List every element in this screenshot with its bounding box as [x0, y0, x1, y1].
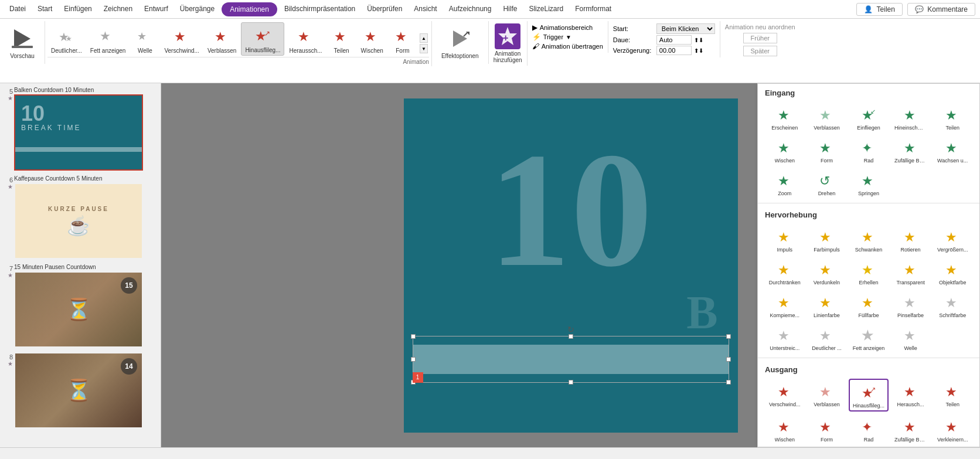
- anim-wischen-out[interactable]: ★ Wischen: [765, 414, 805, 444]
- ribbon-anim-hinausfliegen[interactable]: ★↗ Hinausflileg...: [241, 22, 284, 56]
- effektoptionen-button[interactable]: Effektoptionen: [437, 23, 484, 62]
- verzoegerung-spinner[interactable]: ⬆⬇: [694, 47, 703, 54]
- rotate-handle[interactable]: ↻: [567, 325, 574, 334]
- anim-springen-in[interactable]: ★ Springen: [849, 168, 889, 198]
- ribbon-anim-verschwind[interactable]: ★ Verschwind...: [161, 23, 202, 56]
- scroll-up-btn[interactable]: ▲: [420, 33, 428, 43]
- menu-animationen[interactable]: Animationen: [222, 2, 277, 16]
- anim-wischen-in[interactable]: ★ Wischen: [765, 135, 805, 165]
- anim-springen-out[interactable]: ★ Springen: [849, 447, 889, 447]
- slide-5-thumb[interactable]: 10 BREAK TIME: [14, 94, 143, 171]
- anim-zoom-in[interactable]: ★ Zoom: [765, 168, 805, 198]
- handle-bm[interactable]: [569, 380, 573, 385]
- anim-drehen-out[interactable]: ↺ Drehen: [807, 447, 847, 447]
- anim-fuellfarbe[interactable]: ★ Füllfarbe: [849, 290, 889, 320]
- verzoegerung-input[interactable]: [656, 46, 692, 55]
- menu-bildschirm[interactable]: Bildschirmpräsentation: [280, 2, 360, 16]
- scroll-down-btn[interactable]: ▼: [420, 44, 428, 53]
- slide-6-item[interactable]: 6 ★ Kaffepause Countdown 5 Minuten KURZE…: [2, 174, 158, 260]
- anim-schwanken[interactable]: ★ Schwanken: [849, 224, 889, 254]
- anim-zufaellige-out[interactable]: ★ Zufällige Ba...: [891, 414, 931, 444]
- anim-uebertragen-label[interactable]: Animation übertragen: [542, 43, 603, 50]
- teilen-button[interactable]: 👤 Teilen: [856, 3, 902, 16]
- menu-entwurf[interactable]: Entwurf: [139, 2, 173, 16]
- anim-hinausfliegen-out[interactable]: ★↗ Hinausflileg...: [849, 379, 889, 412]
- slide-5-item[interactable]: 5 ★ Balken Countdown 10 Minuten 10 BREAK…: [2, 86, 158, 172]
- anim-form-in[interactable]: ★ Form: [807, 135, 847, 165]
- menu-hilfe[interactable]: Hilfe: [498, 2, 522, 16]
- anim-zoom-out[interactable]: ★ Zoom: [765, 447, 805, 447]
- start-select[interactable]: Beim Klicken: [656, 23, 715, 34]
- vorschau-button[interactable]: Vorschau: [5, 23, 40, 62]
- anim-heraussch-out[interactable]: ★ Herausch...: [891, 379, 931, 412]
- slide-6-thumb[interactable]: KURZE PAUSE ☕: [14, 183, 143, 259]
- anim-zufaellige-in[interactable]: ★ Zufällige Ba...: [891, 135, 931, 165]
- menu-zeichnen[interactable]: Zeichnen: [99, 2, 137, 16]
- ribbon-anim-wischen[interactable]: ★ Wischen: [358, 23, 387, 56]
- slide-7-thumb[interactable]: 15 ⏳: [14, 271, 143, 348]
- animationsbereich-label[interactable]: Animationsbereich: [540, 24, 593, 31]
- anim-durchtranken[interactable]: ★ Durchtränken: [765, 257, 805, 287]
- menu-formformat[interactable]: Formformat: [570, 2, 616, 16]
- ribbon-anim-verblassen[interactable]: ★ Verblassen: [204, 23, 240, 56]
- slide-8-thumb[interactable]: 14 ⏳: [14, 352, 143, 429]
- handle-tl[interactable]: [411, 334, 416, 339]
- anim-verblassen-out[interactable]: ★ Verblassen: [807, 379, 847, 412]
- ribbon-anim-form[interactable]: ★ Form: [388, 23, 417, 56]
- anim-vergroessern[interactable]: ★ Vergrößern...: [933, 224, 972, 254]
- slide-7-item[interactable]: 7 ★ 15 Minuten Pausen Countdown 15 ⏳: [2, 263, 158, 349]
- anim-objektfarbe[interactable]: ★ Objektfarbe: [933, 257, 972, 287]
- ribbon-anim-deutlicher[interactable]: ★★ Deutlicher...: [47, 23, 86, 56]
- menu-ueberpruefen[interactable]: Überprüfen: [362, 2, 407, 16]
- handle-tm[interactable]: [569, 334, 573, 339]
- menu-slidelizard[interactable]: SlizeLizard: [524, 2, 568, 16]
- kommentare-button[interactable]: 💬 Kommentare: [907, 3, 975, 16]
- dauer-input[interactable]: [656, 35, 692, 45]
- anim-transparent[interactable]: ★ Transparent: [891, 257, 931, 287]
- menu-einfuegen[interactable]: Einfügen: [59, 2, 96, 16]
- anim-hineinschweben[interactable]: ★ Hineinschwv...: [891, 102, 931, 132]
- anim-verdunkeln[interactable]: ★ Verdunkeln: [807, 257, 847, 287]
- menu-datei[interactable]: Datei: [5, 2, 30, 16]
- anim-unterstreichen[interactable]: ★ Unterstreic...: [765, 322, 805, 353]
- anim-teilen-out[interactable]: ★ Teilen: [933, 379, 972, 412]
- anim-pinselfarbe[interactable]: ★ Pinselfarbe: [891, 290, 931, 320]
- anim-farbimpuls[interactable]: ★ Farbimpuls: [807, 224, 847, 254]
- anim-erscheinen[interactable]: ★ Erscheinen: [765, 102, 805, 132]
- dauer-spinner[interactable]: ⬆⬇: [694, 37, 703, 43]
- ribbon-anim-fett[interactable]: ★ Fett anzeigen: [87, 23, 130, 56]
- ribbon-anim-hinzufuegen[interactable]: + Animationhinzufügen: [489, 21, 528, 66]
- anim-rad-in[interactable]: ✦ Rad: [849, 135, 889, 165]
- anim-deutlicher-h[interactable]: ★ Deutlicher ...: [807, 322, 847, 353]
- ribbon-anim-welle[interactable]: ★ Welle: [130, 23, 159, 56]
- anim-einfliegen[interactable]: ★↙ Einfliegen: [849, 102, 889, 132]
- menu-aufzeichnung[interactable]: Aufzeichnung: [444, 2, 496, 16]
- handle-ml[interactable]: [411, 357, 416, 362]
- anim-verschwinden[interactable]: ★ Verschwind...: [765, 379, 805, 412]
- anim-verblassen-in[interactable]: ★ Verblassen: [807, 102, 847, 132]
- anim-wachsen[interactable]: ★ Wachsen u...: [933, 135, 972, 165]
- anim-komplementar[interactable]: ★ Kompieme...: [765, 290, 805, 320]
- anim-fett-h[interactable]: ★ Fett anzeigen: [849, 322, 889, 353]
- anim-teilen-in[interactable]: ★ Teilen: [933, 102, 972, 132]
- anim-erhellen[interactable]: ★ Erhellen: [849, 257, 889, 287]
- anim-linienfarbe[interactable]: ★ Linienfarbe: [807, 290, 847, 320]
- ribbon-anim-teilen[interactable]: ★ Teilen: [327, 23, 356, 56]
- handle-tr[interactable]: [726, 334, 731, 339]
- menu-ansicht[interactable]: Ansicht: [409, 2, 441, 16]
- menu-start[interactable]: Start: [33, 2, 57, 16]
- anim-rad-out[interactable]: ✦ Rad: [849, 414, 889, 444]
- anim-welle-h[interactable]: ★ Welle: [891, 322, 931, 353]
- anim-form-out[interactable]: ★ Form: [807, 414, 847, 444]
- trigger-label[interactable]: Trigger: [543, 33, 563, 40]
- canvas-selection-box[interactable]: ↻: [413, 336, 729, 383]
- slide-8-item[interactable]: 8 ★ 14 ⏳: [2, 351, 158, 430]
- handle-br[interactable]: [726, 380, 731, 385]
- ribbon-anim-heraussch[interactable]: ★ Heraussch...: [285, 23, 325, 56]
- menu-uebergaenge[interactable]: Übergänge: [175, 2, 219, 16]
- handle-mr[interactable]: [726, 357, 731, 362]
- anim-schriftfarbe[interactable]: ★ Schriftfarbe: [933, 290, 972, 320]
- anim-impuls[interactable]: ★ Impuls: [765, 224, 805, 254]
- anim-drehen-in[interactable]: ↺ Drehen: [807, 168, 847, 198]
- anim-rotieren[interactable]: ★ Rotieren: [891, 224, 931, 254]
